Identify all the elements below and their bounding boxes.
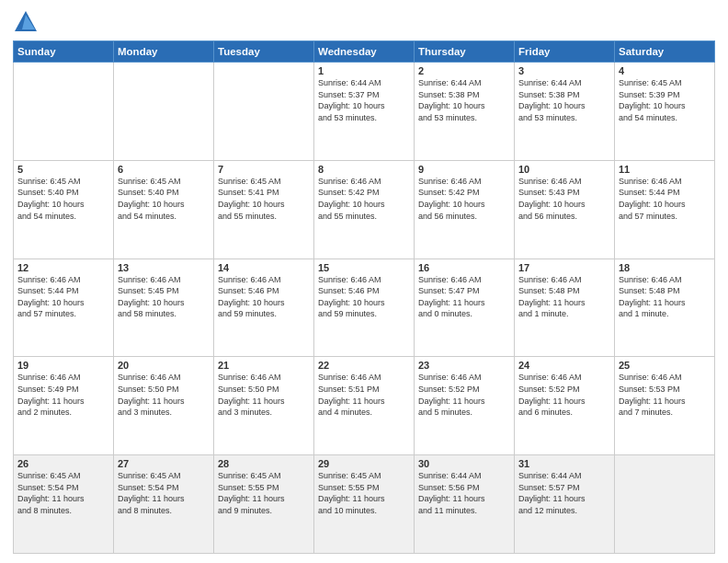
day-cell: 11Sunrise: 6:46 AM Sunset: 5:44 PM Dayli… — [615, 160, 715, 259]
day-cell: 9Sunrise: 6:46 AM Sunset: 5:42 PM Daylig… — [415, 160, 515, 259]
day-cell: 3Sunrise: 6:44 AM Sunset: 5:38 PM Daylig… — [515, 63, 615, 161]
day-info: Sunrise: 6:44 AM Sunset: 5:38 PM Dayligh… — [418, 77, 510, 123]
day-number: 9 — [418, 164, 510, 175]
day-info: Sunrise: 6:46 AM Sunset: 5:51 PM Dayligh… — [318, 372, 410, 418]
day-cell: 20Sunrise: 6:46 AM Sunset: 5:50 PM Dayli… — [114, 357, 214, 455]
day-info: Sunrise: 6:46 AM Sunset: 5:45 PM Dayligh… — [118, 274, 210, 320]
week-row-2: 5Sunrise: 6:45 AM Sunset: 5:40 PM Daylig… — [14, 160, 715, 259]
day-cell: 8Sunrise: 6:46 AM Sunset: 5:42 PM Daylig… — [314, 160, 415, 259]
day-info: Sunrise: 6:45 AM Sunset: 5:40 PM Dayligh… — [118, 176, 210, 222]
day-info: Sunrise: 6:44 AM Sunset: 5:57 PM Dayligh… — [518, 470, 610, 516]
day-number: 24 — [518, 360, 610, 371]
day-header-saturday: Saturday — [615, 41, 715, 63]
day-cell: 4Sunrise: 6:45 AM Sunset: 5:39 PM Daylig… — [615, 63, 715, 161]
logo-icon — [13, 9, 39, 35]
day-info: Sunrise: 6:44 AM Sunset: 5:38 PM Dayligh… — [518, 77, 610, 123]
day-number: 25 — [619, 360, 711, 371]
header-row: SundayMondayTuesdayWednesdayThursdayFrid… — [14, 41, 715, 63]
day-info: Sunrise: 6:45 AM Sunset: 5:41 PM Dayligh… — [218, 176, 310, 222]
day-cell: 18Sunrise: 6:46 AM Sunset: 5:48 PM Dayli… — [615, 259, 715, 357]
day-info: Sunrise: 6:45 AM Sunset: 5:55 PM Dayligh… — [218, 470, 310, 516]
day-number: 14 — [218, 262, 310, 273]
day-info: Sunrise: 6:46 AM Sunset: 5:42 PM Dayligh… — [318, 176, 410, 222]
day-info: Sunrise: 6:45 AM Sunset: 5:39 PM Dayligh… — [619, 77, 711, 123]
week-row-4: 19Sunrise: 6:46 AM Sunset: 5:49 PM Dayli… — [14, 357, 715, 455]
day-cell: 13Sunrise: 6:46 AM Sunset: 5:45 PM Dayli… — [114, 259, 214, 357]
day-info: Sunrise: 6:46 AM Sunset: 5:46 PM Dayligh… — [318, 274, 410, 320]
day-cell: 1Sunrise: 6:44 AM Sunset: 5:37 PM Daylig… — [314, 63, 415, 161]
day-info: Sunrise: 6:45 AM Sunset: 5:54 PM Dayligh… — [17, 470, 109, 516]
day-cell: 22Sunrise: 6:46 AM Sunset: 5:51 PM Dayli… — [314, 357, 415, 455]
day-number: 6 — [118, 164, 210, 175]
day-info: Sunrise: 6:46 AM Sunset: 5:44 PM Dayligh… — [17, 274, 109, 320]
day-cell: 28Sunrise: 6:45 AM Sunset: 5:55 PM Dayli… — [214, 455, 314, 554]
day-info: Sunrise: 6:45 AM Sunset: 5:40 PM Dayligh… — [17, 176, 109, 222]
day-number: 12 — [17, 262, 109, 273]
day-number: 21 — [218, 360, 310, 371]
day-number: 17 — [518, 262, 610, 273]
day-header-wednesday: Wednesday — [314, 41, 415, 63]
day-header-tuesday: Tuesday — [214, 41, 314, 63]
day-number: 4 — [619, 65, 711, 76]
day-info: Sunrise: 6:44 AM Sunset: 5:56 PM Dayligh… — [418, 470, 510, 516]
day-number: 15 — [318, 262, 410, 273]
day-cell: 5Sunrise: 6:45 AM Sunset: 5:40 PM Daylig… — [14, 160, 114, 259]
day-number: 7 — [218, 164, 310, 175]
day-cell: 17Sunrise: 6:46 AM Sunset: 5:48 PM Dayli… — [515, 259, 615, 357]
day-number: 22 — [318, 360, 410, 371]
day-number: 16 — [418, 262, 510, 273]
day-number: 2 — [418, 65, 510, 76]
day-number: 13 — [118, 262, 210, 273]
day-cell: 10Sunrise: 6:46 AM Sunset: 5:43 PM Dayli… — [515, 160, 615, 259]
week-row-5: 26Sunrise: 6:45 AM Sunset: 5:54 PM Dayli… — [14, 455, 715, 554]
day-cell — [14, 63, 114, 161]
day-info: Sunrise: 6:46 AM Sunset: 5:52 PM Dayligh… — [518, 372, 610, 418]
day-cell: 16Sunrise: 6:46 AM Sunset: 5:47 PM Dayli… — [415, 259, 515, 357]
day-info: Sunrise: 6:46 AM Sunset: 5:48 PM Dayligh… — [518, 274, 610, 320]
day-number: 20 — [118, 360, 210, 371]
day-info: Sunrise: 6:45 AM Sunset: 5:55 PM Dayligh… — [318, 470, 410, 516]
day-number: 18 — [619, 262, 711, 273]
day-number: 30 — [418, 458, 510, 469]
page: SundayMondayTuesdayWednesdayThursdayFrid… — [0, 0, 728, 563]
day-info: Sunrise: 6:46 AM Sunset: 5:48 PM Dayligh… — [619, 274, 711, 320]
day-cell: 2Sunrise: 6:44 AM Sunset: 5:38 PM Daylig… — [415, 63, 515, 161]
day-cell: 6Sunrise: 6:45 AM Sunset: 5:40 PM Daylig… — [114, 160, 214, 259]
logo — [13, 9, 42, 35]
day-info: Sunrise: 6:45 AM Sunset: 5:54 PM Dayligh… — [118, 470, 210, 516]
day-info: Sunrise: 6:46 AM Sunset: 5:44 PM Dayligh… — [619, 176, 711, 222]
day-header-monday: Monday — [114, 41, 214, 63]
day-number: 29 — [318, 458, 410, 469]
day-cell: 29Sunrise: 6:45 AM Sunset: 5:55 PM Dayli… — [314, 455, 415, 554]
day-info: Sunrise: 6:46 AM Sunset: 5:50 PM Dayligh… — [118, 372, 210, 418]
day-cell: 14Sunrise: 6:46 AM Sunset: 5:46 PM Dayli… — [214, 259, 314, 357]
day-number: 8 — [318, 164, 410, 175]
day-cell: 25Sunrise: 6:46 AM Sunset: 5:53 PM Dayli… — [615, 357, 715, 455]
day-number: 19 — [17, 360, 109, 371]
day-info: Sunrise: 6:46 AM Sunset: 5:46 PM Dayligh… — [218, 274, 310, 320]
day-number: 11 — [619, 164, 711, 175]
day-info: Sunrise: 6:46 AM Sunset: 5:53 PM Dayligh… — [619, 372, 711, 418]
week-row-3: 12Sunrise: 6:46 AM Sunset: 5:44 PM Dayli… — [14, 259, 715, 357]
day-number: 23 — [418, 360, 510, 371]
day-info: Sunrise: 6:46 AM Sunset: 5:43 PM Dayligh… — [518, 176, 610, 222]
day-number: 26 — [17, 458, 109, 469]
day-info: Sunrise: 6:44 AM Sunset: 5:37 PM Dayligh… — [318, 77, 410, 123]
day-number: 3 — [518, 65, 610, 76]
day-header-friday: Friday — [515, 41, 615, 63]
day-cell: 30Sunrise: 6:44 AM Sunset: 5:56 PM Dayli… — [415, 455, 515, 554]
day-number: 31 — [518, 458, 610, 469]
day-cell: 23Sunrise: 6:46 AM Sunset: 5:52 PM Dayli… — [415, 357, 515, 455]
day-header-sunday: Sunday — [14, 41, 114, 63]
day-cell: 12Sunrise: 6:46 AM Sunset: 5:44 PM Dayli… — [14, 259, 114, 357]
day-cell: 31Sunrise: 6:44 AM Sunset: 5:57 PM Dayli… — [515, 455, 615, 554]
day-info: Sunrise: 6:46 AM Sunset: 5:47 PM Dayligh… — [418, 274, 510, 320]
week-row-1: 1Sunrise: 6:44 AM Sunset: 5:37 PM Daylig… — [14, 63, 715, 161]
day-cell — [214, 63, 314, 161]
day-number: 1 — [318, 65, 410, 76]
day-number: 5 — [17, 164, 109, 175]
day-cell: 21Sunrise: 6:46 AM Sunset: 5:50 PM Dayli… — [214, 357, 314, 455]
day-cell: 7Sunrise: 6:45 AM Sunset: 5:41 PM Daylig… — [214, 160, 314, 259]
header — [13, 9, 715, 35]
day-cell — [615, 455, 715, 554]
